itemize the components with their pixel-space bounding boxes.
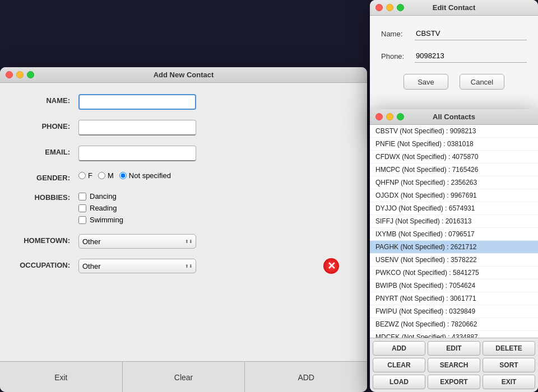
- email-label: EMAIL:: [17, 146, 78, 156]
- save-button[interactable]: Save: [404, 74, 448, 90]
- contact-item[interactable]: PNFIE (Not Specified) : 0381018: [370, 138, 538, 151]
- contact-item[interactable]: USENV (Not Specified) : 3578222: [370, 254, 538, 267]
- contact-item[interactable]: QHFNP (Not Specified) : 2356263: [370, 176, 538, 189]
- add-button[interactable]: ADD: [245, 362, 367, 392]
- contacts-sort-button[interactable]: SORT: [483, 358, 535, 372]
- hometown-label: HOMETOWN:: [17, 234, 78, 245]
- gender-row: GENDER: F M Not specified: [17, 171, 350, 182]
- hobby-swimming-checkbox[interactable]: [78, 216, 86, 224]
- all-contacts-maximize-button[interactable]: [397, 113, 404, 120]
- gender-f-group[interactable]: F: [78, 171, 92, 180]
- gender-field: F M Not specified: [78, 171, 350, 180]
- contact-item[interactable]: BWIPB (Not Specified) : 7054624: [370, 279, 538, 292]
- gender-m-group[interactable]: M: [98, 171, 114, 180]
- contact-item[interactable]: IXYMB (Not Specified) : 0796517: [370, 228, 538, 241]
- edit-buttons: Save Cancel: [381, 74, 527, 90]
- hobby-reading-label: Reading: [90, 204, 117, 212]
- contacts-exit-button[interactable]: EXIT: [483, 375, 535, 389]
- email-row: EMAIL:: [17, 146, 350, 161]
- all-contacts-traffic-lights: [375, 113, 404, 120]
- contact-item[interactable]: CFDWX (Not Specified) : 4075870: [370, 151, 538, 164]
- edit-name-row: Name:: [381, 27, 527, 40]
- phone-row: PHONE:: [17, 120, 350, 136]
- edit-minimize-button[interactable]: [386, 4, 393, 11]
- maximize-button[interactable]: [27, 71, 34, 78]
- contacts-add-button[interactable]: ADD: [373, 341, 425, 356]
- contact-item[interactable]: CBSTV (Not Specified) : 9098213: [370, 125, 538, 138]
- hometown-field: Other New York Los Angeles: [78, 234, 350, 249]
- email-input[interactable]: [78, 146, 196, 161]
- edit-phone-row: Phone:: [381, 49, 527, 63]
- edit-contact-window: Edit Contact Name: Phone: Save Cancel: [370, 0, 538, 123]
- occupation-select[interactable]: Other Engineer Doctor: [78, 259, 196, 273]
- gender-ns-radio[interactable]: [119, 172, 127, 179]
- hobby-swimming-label: Swimming: [90, 216, 123, 224]
- exit-button[interactable]: Exit: [0, 362, 123, 392]
- hobbies-label: HOBBIES:: [17, 192, 78, 202]
- name-input[interactable]: [78, 94, 196, 110]
- hometown-select[interactable]: Other New York Los Angeles: [78, 234, 196, 249]
- edit-name-wrapper: [415, 27, 527, 40]
- email-field: [78, 146, 350, 161]
- gender-label: GENDER:: [17, 171, 78, 182]
- edit-maximize-button[interactable]: [397, 4, 404, 11]
- edit-contact-title: Edit Contact: [433, 3, 476, 12]
- phone-label: PHONE:: [17, 120, 78, 130]
- occupation-row: OCCUPATION: Other Engineer Doctor ✕: [17, 259, 350, 273]
- occupation-select-wrapper: Other Engineer Doctor: [78, 259, 196, 273]
- hobby-dancing-group[interactable]: Dancing: [78, 192, 350, 200]
- minimize-button[interactable]: [16, 71, 24, 78]
- all-contacts-close-button[interactable]: [375, 113, 383, 120]
- contact-item[interactable]: PNYRT (Not Specified) : 3061771: [370, 292, 538, 305]
- phone-input[interactable]: [78, 120, 196, 136]
- gender-f-radio[interactable]: [78, 172, 86, 179]
- cancel-button[interactable]: Cancel: [460, 74, 504, 90]
- all-contacts-minimize-button[interactable]: [386, 113, 393, 120]
- edit-close-button[interactable]: [375, 4, 383, 11]
- contact-item[interactable]: BEZWZ (Not Specified) : 7820662: [370, 318, 538, 331]
- contact-item[interactable]: FWIPU (Not Specified) : 0329849: [370, 305, 538, 318]
- contacts-list[interactable]: CBSTV (Not Specified) : 9098213PNFIE (No…: [370, 125, 538, 338]
- contact-item[interactable]: SIFFJ (Not Specified) : 2016313: [370, 215, 538, 228]
- name-label: NAME:: [17, 94, 78, 105]
- contacts-clear-button[interactable]: CLEAR: [373, 358, 425, 372]
- hobby-swimming-group[interactable]: Swimming: [78, 216, 350, 224]
- gender-f-label: F: [88, 171, 92, 180]
- contact-item[interactable]: DYJJO (Not Specified) : 6574931: [370, 202, 538, 215]
- name-field: [78, 94, 350, 110]
- edit-phone-label: Phone:: [381, 52, 415, 60]
- edit-name-label: Name:: [381, 30, 415, 38]
- contacts-delete-button[interactable]: DELETE: [483, 341, 535, 356]
- contacts-edit-button[interactable]: EDIT: [428, 341, 480, 356]
- edit-traffic-lights: [375, 4, 404, 11]
- hobby-reading-group[interactable]: Reading: [78, 204, 350, 212]
- add-contact-footer: Exit Clear ADD: [0, 361, 367, 392]
- edit-contact-form: Name: Phone: Save Cancel: [370, 16, 538, 101]
- hobby-reading-checkbox[interactable]: [78, 204, 86, 212]
- clear-button[interactable]: Clear: [123, 362, 245, 392]
- edit-name-input[interactable]: [415, 27, 527, 40]
- add-contact-title: Add New Contact: [154, 71, 214, 79]
- add-contact-window: Add New Contact NAME: PHONE: EMAIL: GEND…: [0, 67, 367, 392]
- gender-m-radio[interactable]: [98, 172, 105, 179]
- contacts-load-button[interactable]: LOAD: [373, 375, 425, 389]
- edit-contact-titlebar: Edit Contact: [370, 0, 538, 16]
- close-button[interactable]: [6, 71, 13, 78]
- hobby-dancing-label: Dancing: [90, 192, 117, 200]
- contact-item[interactable]: OJGDX (Not Specified) : 9967691: [370, 189, 538, 202]
- hometown-select-wrapper: Other New York Los Angeles: [78, 234, 196, 249]
- contact-item[interactable]: MDCEK (Not Specified) : 4334887: [370, 331, 538, 338]
- gender-m-label: M: [108, 171, 114, 180]
- add-contact-titlebar: Add New Contact: [0, 67, 367, 83]
- edit-phone-input[interactable]: [415, 49, 527, 63]
- contact-item[interactable]: PAGHK (Not Specified) : 2621712: [370, 241, 538, 254]
- contact-item[interactable]: PWKCO (Not Specified) : 5841275: [370, 267, 538, 279]
- contacts-export-button[interactable]: EXPORT: [428, 375, 480, 389]
- gender-ns-group[interactable]: Not specified: [119, 171, 171, 180]
- name-row: NAME:: [17, 94, 350, 110]
- hobby-dancing-checkbox[interactable]: [78, 193, 86, 200]
- contacts-search-button[interactable]: SEARCH: [428, 358, 480, 372]
- contact-item[interactable]: HMCPC (Not Specified) : 7165426: [370, 164, 538, 176]
- edit-phone-wrapper: [415, 49, 527, 63]
- error-icon[interactable]: ✕: [323, 258, 339, 274]
